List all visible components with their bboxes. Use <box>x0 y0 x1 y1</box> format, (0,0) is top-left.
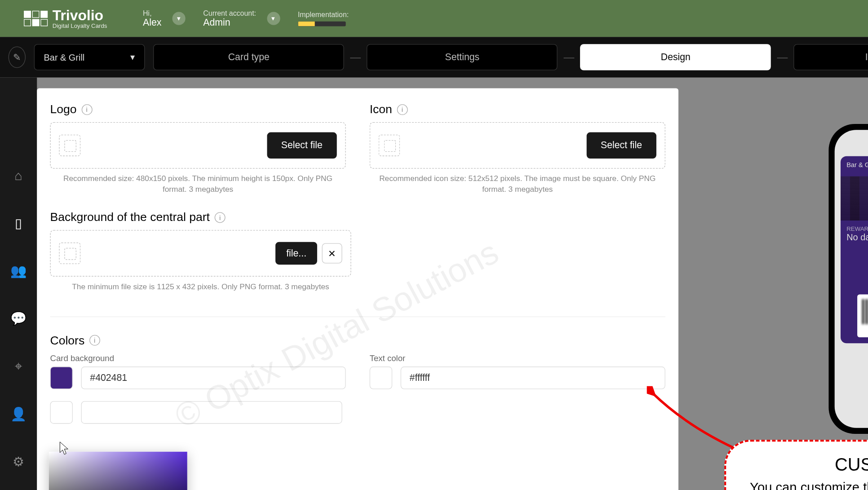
brand-name: Trivolio <box>53 8 107 22</box>
color-gradient[interactable] <box>49 452 187 490</box>
bg-hint: The minimum file size is 1125 x 432 pixe… <box>50 282 351 292</box>
card-bg-hex-input[interactable] <box>81 366 345 388</box>
info-icon[interactable]: i <box>397 104 407 115</box>
account-block: Current account: Admin <box>203 9 256 28</box>
reward-label: REWARD <box>846 225 868 232</box>
implementation-label: Implementation: <box>298 11 349 19</box>
cursor-icon <box>59 441 70 455</box>
logo-hint: Recommended size: 480x150 pixels. The mi… <box>50 173 345 195</box>
placeholder-icon <box>59 135 80 156</box>
bg-upload[interactable]: file... ✕ <box>50 230 351 277</box>
home-icon[interactable]: ⌂ <box>9 167 27 185</box>
brand-logo[interactable]: Trivolio Digital Loyalty Cards <box>24 8 107 29</box>
user-menu-chevron[interactable]: ▾ <box>172 12 185 25</box>
bg-section: Background of the central parti file... … <box>50 211 351 292</box>
person-icon[interactable]: 👤 <box>9 405 27 423</box>
implementation-progress <box>298 22 345 26</box>
text-hex-input[interactable] <box>401 366 665 388</box>
left-rail: ⌂ ▯ 👥 💬 ⌖ 👤 ⚙ ♛ 🏬 <box>0 78 37 490</box>
icon-upload[interactable]: Select file <box>370 122 665 169</box>
help-callout: CUSTOMIZE STYLE You can customize the st… <box>724 440 868 490</box>
divider: — <box>563 51 574 63</box>
icon-hint: Recommended icon size: 512x512 pixels. T… <box>370 173 665 195</box>
card-title: Bar & Grill <box>846 161 868 174</box>
hi-label: Hi, <box>143 9 161 18</box>
text-color-label: Text color <box>370 353 665 362</box>
select-icon-button[interactable]: Select file <box>586 132 656 159</box>
select-logo-button[interactable]: Select file <box>267 132 337 159</box>
tab-settings[interactable]: Settings <box>367 44 558 70</box>
callout-title: CUSTOMIZE STYLE <box>744 455 868 475</box>
phone-preview: Bar & GrillBalance500 REWARDNo data TILL… <box>828 124 868 434</box>
placeholder-icon <box>379 135 400 156</box>
card-bg-field: Card background <box>50 353 345 389</box>
divider: — <box>350 51 361 63</box>
chevron-down-icon: ▾ <box>130 52 135 62</box>
account-value: Admin <box>203 17 256 28</box>
edit-icon[interactable]: ✎ <box>9 47 26 68</box>
gear-icon[interactable]: ⚙ <box>9 453 27 471</box>
account-label: Current account: <box>203 9 256 18</box>
divider <box>50 316 665 317</box>
divider: — <box>777 51 788 63</box>
barcode: Trivolio Digital Cards <box>857 295 868 338</box>
user-greeting: Hi, Alex <box>143 9 161 28</box>
icon-heading: Icon <box>370 102 392 116</box>
reward-value: No data <box>846 232 868 242</box>
color-picker[interactable]: R G B ⇅ <box>49 452 187 490</box>
design-panel: © Optix Digital Solutions Logoi Select f… <box>37 88 678 490</box>
info-icon[interactable]: i <box>81 104 92 115</box>
text-color-field: Text color <box>370 353 665 389</box>
card-bg-swatch[interactable] <box>50 366 72 388</box>
info-icon[interactable]: i <box>215 212 226 223</box>
builder-toolbar: ✎ Bar & Grill ▾ Card type — Settings — D… <box>0 37 868 77</box>
extra-swatch[interactable] <box>50 401 72 423</box>
loyalty-card: Bar & GrillBalance500 REWARDNo data TILL… <box>841 156 868 344</box>
location-icon[interactable]: ⌖ <box>9 358 27 375</box>
callout-body: You can customize the stamp shapes, incl… <box>744 479 868 490</box>
chat-icon[interactable]: 💬 <box>9 310 27 328</box>
brand-tagline: Digital Loyalty Cards <box>53 22 107 29</box>
topbar: Trivolio Digital Loyalty Cards Hi, Alex … <box>0 0 868 37</box>
text-swatch[interactable] <box>370 366 392 388</box>
tab-design[interactable]: Design <box>580 44 771 70</box>
logo-heading: Logo <box>50 102 76 116</box>
card-hero-image <box>841 177 868 221</box>
tab-information[interactable]: Information <box>794 44 868 70</box>
extra-hex-input[interactable] <box>81 401 342 423</box>
tab-card-type[interactable]: Card type <box>153 44 344 70</box>
remove-bg-button[interactable]: ✕ <box>322 243 342 264</box>
project-name: Bar & Grill <box>44 52 85 62</box>
bg-file-button[interactable]: file... <box>275 242 317 265</box>
implementation-block: Implementation: <box>298 11 349 26</box>
placeholder-icon <box>59 243 80 265</box>
card-bg-label: Card background <box>50 353 345 362</box>
colors-heading: Colors <box>50 333 84 347</box>
bg-heading: Background of the central part <box>50 211 210 225</box>
info-icon[interactable]: i <box>89 335 100 346</box>
project-dropdown[interactable]: Bar & Grill ▾ <box>34 44 145 70</box>
logo-section: Logoi Select file Recommended size: 480x… <box>50 102 345 195</box>
logo-upload[interactable]: Select file <box>50 122 345 169</box>
users-icon[interactable]: 👥 <box>9 262 27 280</box>
phone-icon[interactable]: ▯ <box>9 215 27 233</box>
user-name: Alex <box>143 17 161 28</box>
barcode-label: Trivolio Digital Cards <box>862 327 868 332</box>
account-menu-chevron[interactable]: ▾ <box>267 12 280 25</box>
logo-icon <box>24 11 48 26</box>
icon-section: Iconi Select file Recommended icon size:… <box>370 102 665 195</box>
